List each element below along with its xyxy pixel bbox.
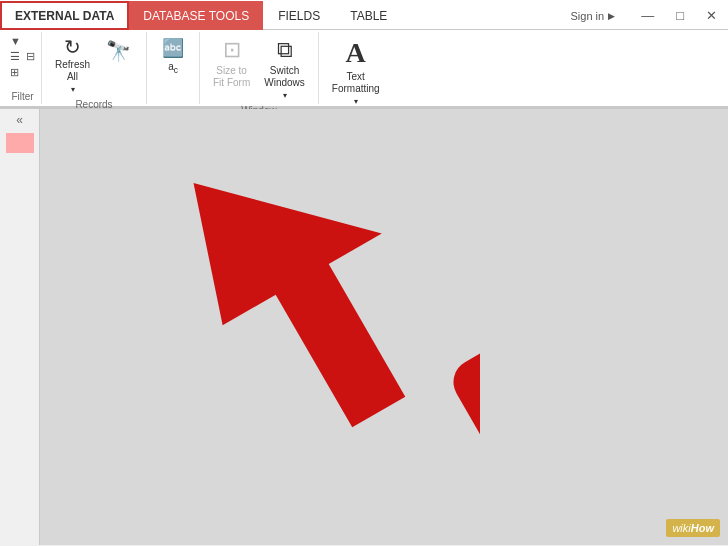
svg-rect-1 [445,332,480,454]
abc-icon: 🔤 [162,37,184,59]
refresh-all-button[interactable]: ↻ RefreshAll ▾ [50,34,95,97]
text-formatting-dropdown-arrow: ▾ [354,97,358,106]
how-text: How [691,522,714,534]
filter-row-1: ▼ [8,34,37,48]
tab-database-tools[interactable]: DATABASE TOOLS [129,1,263,30]
switch-windows-label: SwitchWindows [264,65,305,89]
tab-database-tools-label: DATABASE TOOLS [143,9,249,23]
sidebar-item [6,133,34,153]
sidebar: « [0,109,40,545]
wiki-text: wiki [672,522,690,534]
records-buttons: ↻ RefreshAll ▾ 🔭 [50,34,138,97]
spelling-label: ac [168,61,178,75]
filter-group-label: Filter [8,89,37,102]
switch-dropdown-arrow: ▾ [283,91,287,100]
text-formatting-button[interactable]: A TextFormatting ▾ [327,34,385,109]
svg-marker-0 [154,114,459,454]
ribbon-tab-bar: EXTERNAL DATA DATABASE TOOLS FIELDS TABL… [0,0,728,30]
size-to-fit-button[interactable]: ⊡ Size toFit Form [208,34,255,92]
find-button[interactable]: 🔭 [98,36,138,66]
refresh-dropdown-arrow: ▾ [71,85,75,94]
tab-fields-label: FIELDS [278,9,320,23]
collapse-chevron-icon: « [16,113,23,127]
filter-group: ▼ ☰ ⊟ ⊞ Filter [4,32,42,104]
main-area: « wikiHow [0,109,728,545]
tab-external-data-label: EXTERNAL DATA [15,9,114,23]
text-a-icon: A [346,37,366,69]
sign-in-label: Sign in [571,10,605,22]
ribbon-container: EXTERNAL DATA DATABASE TOOLS FIELDS TABL… [0,0,728,109]
filter-icon-1[interactable]: ▼ [8,34,23,48]
window-group: ⊡ Size toFit Form ⧉ SwitchWindows ▾ Wind… [200,32,319,104]
tab-external-data[interactable]: EXTERNAL DATA [0,1,129,30]
collapse-sidebar-button[interactable]: « [16,113,23,127]
filter-icon-4[interactable]: ⊞ [8,65,21,80]
tab-fields[interactable]: FIELDS [263,1,335,30]
text-formatting-group: A TextFormatting ▾ [319,32,393,104]
filter-icon-3[interactable]: ⊟ [24,49,37,64]
refresh-icon: ↻ [64,37,81,57]
refresh-label: RefreshAll [55,59,90,83]
records-group: ↻ RefreshAll ▾ 🔭 Records [42,32,147,104]
window-buttons: ⊡ Size toFit Form ⧉ SwitchWindows ▾ [208,34,310,103]
text-formatting-buttons: A TextFormatting ▾ [327,34,385,109]
spelling-group: 🔤 ac [147,32,200,104]
filter-row-3: ⊞ [8,65,37,80]
red-arrow [60,104,480,454]
content-area: wikiHow [40,109,728,545]
size-to-fit-icon: ⊡ [223,37,241,63]
tab-table-label: TABLE [350,9,387,23]
ribbon-commands: ▼ ☰ ⊟ ⊞ Filter ↻ RefreshAll ▾ [0,30,728,108]
spelling-buttons: 🔤 ac [153,34,193,100]
switch-windows-icon: ⧉ [277,37,293,63]
tab-sign-in[interactable]: Sign in ▶ [556,1,631,30]
size-to-fit-label: Size toFit Form [213,65,250,89]
minimize-button[interactable]: — [630,1,665,30]
switch-windows-button[interactable]: ⧉ SwitchWindows ▾ [259,34,310,103]
close-button[interactable]: ✕ [695,1,728,30]
filter-icons: ▼ ☰ ⊟ ⊞ [8,34,37,89]
spelling-button[interactable]: 🔤 ac [153,34,193,78]
filter-icon-2[interactable]: ☰ [8,49,22,64]
text-formatting-label: TextFormatting [332,71,380,95]
filter-row-2: ☰ ⊟ [8,49,37,64]
binoculars-icon: 🔭 [106,39,131,63]
tab-table[interactable]: TABLE [335,1,402,30]
restore-button[interactable]: □ [665,1,695,30]
expand-icon: ▶ [608,11,615,21]
wikihow-badge: wikiHow [666,519,720,537]
